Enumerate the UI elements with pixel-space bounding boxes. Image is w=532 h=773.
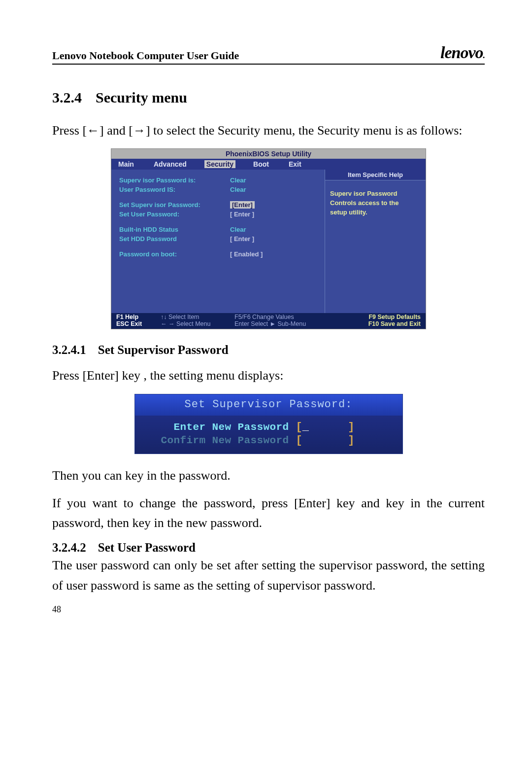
bios-esc: ESC Exit	[116, 320, 142, 327]
bios-tab-main[interactable]: Main	[116, 160, 136, 168]
bios-screenshot: PhoenixBIOS Setup Utility Main Advanced …	[111, 148, 426, 329]
pw-confirm-field[interactable]: [ ]	[296, 434, 392, 447]
bios-hdd-status-val: Clear	[230, 226, 246, 233]
sub1-title: Set Supervisor Password	[98, 343, 229, 356]
bios-tab-security[interactable]: Security	[204, 160, 235, 168]
bios-footer: F1 Help ESC Exit ↑↓ Select Item ← → Sele…	[111, 313, 426, 329]
section-heading: 3.2.4Security menu	[52, 89, 485, 106]
pw-dialog-title: Set Supervisor Password:	[135, 394, 402, 416]
bios-setup-defaults: F9 Setup Defaults	[333, 314, 421, 320]
bios-main-panel: Superv isor Password is:Clear User Passw…	[111, 170, 325, 313]
pw-confirm-label: Confirm New Password	[146, 435, 296, 446]
section-number: 3.2.4	[52, 89, 82, 106]
bios-save-exit: F10 Save and Exit	[333, 320, 421, 327]
sub2-body: The user password can only be set after …	[52, 556, 485, 596]
bios-tab-advanced[interactable]: Advanced	[152, 160, 189, 168]
bios-select-item: ↑↓ Select Item	[161, 314, 200, 320]
bios-set-user-button[interactable]: [ Enter ]	[230, 211, 254, 218]
section-title: Security menu	[96, 89, 187, 105]
pw-enter-field[interactable]: [_ ]	[296, 421, 392, 433]
sub2-title: Set User Password	[98, 541, 196, 554]
bios-user-status-val: Clear	[230, 186, 246, 193]
bios-change-values: F5/F6 Change Values	[234, 314, 294, 320]
page-number: 48	[52, 604, 485, 615]
intro-text: Press [←] and [→] to select the Security…	[52, 121, 485, 141]
sub1-number: 3.2.4.1	[52, 343, 86, 357]
bios-set-user-label: Set User Password:	[119, 211, 230, 218]
pw-enter-label: Enter New Password	[146, 422, 296, 433]
password-dialog: Set Supervisor Password: Enter New Passw…	[134, 394, 403, 454]
bios-help-line1: Superv isor Password	[330, 189, 421, 199]
bios-user-status-label: User Password IS:	[119, 186, 230, 193]
bios-f1: F1 Help	[116, 314, 138, 320]
bios-set-supv-button[interactable]: [Enter]	[230, 201, 255, 209]
bios-hdd-status-label: Built-in HDD Status	[119, 226, 230, 233]
sub1-line: Press [Enter] key , the setting menu dis…	[52, 366, 485, 386]
after-pw-p2: If you want to change the password, pres…	[52, 493, 485, 533]
bios-menubar: Main Advanced Security Boot Exit	[111, 159, 426, 170]
bios-tab-boot[interactable]: Boot	[251, 160, 271, 168]
bios-tab-exit[interactable]: Exit	[287, 160, 303, 168]
bios-help-header: Item Specific Help	[325, 170, 426, 180]
sub2-number: 3.2.4.2	[52, 541, 86, 555]
bios-help-line2: Controls access to the	[330, 199, 421, 208]
bios-help-line3: setup utility.	[330, 208, 421, 217]
bios-supv-status-label: Superv isor Password is:	[119, 176, 230, 184]
bios-supv-status-val: Clear	[230, 176, 246, 184]
page-header: Lenovo Notebook Computer User Guide leno…	[52, 43, 485, 65]
after-pw-p1: Then you can key in the password.	[52, 466, 485, 486]
sub1-heading: 3.2.4.1Set Supervisor Password	[52, 343, 485, 357]
bios-help-panel: Item Specific Help Superv isor Password …	[325, 170, 426, 313]
bios-select-submenu: Enter Select ► Sub-Menu	[234, 320, 306, 327]
bios-set-supv-label: Set Superv isor Password:	[119, 201, 230, 209]
bios-title: PhoenixBIOS Setup Utility	[111, 149, 426, 159]
bios-pwboot-label: Password on boot:	[119, 250, 230, 258]
bios-set-hdd-button[interactable]: [ Enter ]	[230, 235, 254, 243]
bios-set-hdd-label: Set HDD Password	[119, 235, 230, 243]
header-title: Lenovo Notebook Computer User Guide	[52, 49, 239, 62]
bios-select-menu: ← → Select Menu	[161, 320, 210, 327]
sub2-heading: 3.2.4.2Set User Password	[52, 541, 485, 555]
bios-pwboot-toggle[interactable]: [ Enabled ]	[230, 250, 263, 258]
brand-logo: lenovo	[440, 43, 485, 62]
